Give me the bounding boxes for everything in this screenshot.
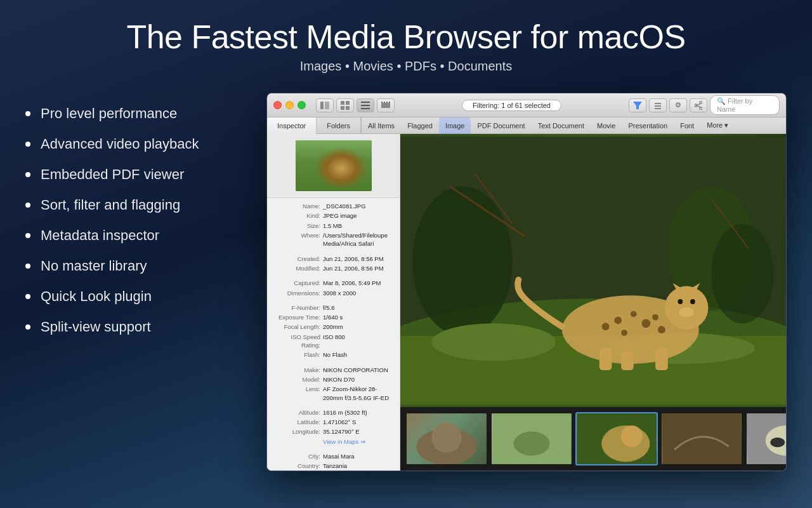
where-label: Where: <box>272 231 323 248</box>
feature-label: Advanced video playback <box>41 136 199 152</box>
sidebar-tabs: Inspector Folders <box>267 117 362 134</box>
meta-fnumber: F-Number: f/5.6 <box>272 304 395 312</box>
meta-flash: Flash: No Flash <box>272 351 395 359</box>
strip-thumb-2[interactable] <box>490 412 573 465</box>
folders-tab[interactable]: Folders <box>317 117 361 134</box>
kind-value: JPEG image <box>323 211 357 220</box>
sidebar-toggle-button[interactable] <box>316 98 334 112</box>
meta-country: Country: Tanzania <box>272 462 395 470</box>
features-list: Pro level performance Advanced video pla… <box>25 93 241 349</box>
settings-button[interactable]: ⚙ <box>669 98 687 112</box>
country-label: Country: <box>272 462 323 470</box>
thumbnail-strip <box>400 407 786 471</box>
bullet-icon <box>25 264 30 269</box>
svg-point-43 <box>678 299 683 304</box>
preview-area <box>400 134 786 471</box>
svg-rect-15 <box>655 103 661 104</box>
svg-point-18 <box>700 101 702 104</box>
bullet-icon <box>25 233 30 238</box>
feature-label: Split-view support <box>41 319 151 335</box>
svg-rect-17 <box>655 108 661 109</box>
meta-focal: Focal Length: 200mm <box>272 323 395 331</box>
filter-status: Filtering: 1 of 61 selected <box>462 100 561 111</box>
svg-rect-6 <box>361 102 370 103</box>
focal-value: 200mm <box>323 323 343 331</box>
strip-thumb-5[interactable] <box>745 412 786 465</box>
inspector-thumbnail <box>296 140 372 191</box>
thumbnail-area <box>267 134 400 198</box>
list-view-button[interactable] <box>357 98 374 112</box>
svg-point-44 <box>690 299 695 304</box>
toolbar-icons <box>316 98 395 112</box>
tab-text[interactable]: Text Document <box>532 117 591 134</box>
tab-image[interactable]: Image <box>439 117 471 134</box>
size-label: Size: <box>272 222 323 230</box>
inspector-tab[interactable]: Inspector <box>267 117 317 134</box>
meta-size: Size: 1.5 MB <box>272 222 395 230</box>
tab-all-items[interactable]: All Items <box>362 117 401 134</box>
main-title: The Fastest Media Browser for macOS <box>0 19 812 55</box>
bullet-icon <box>25 142 30 147</box>
lens-value: AF Zoom-Nikkor 28-200mm f/3.5-5.6G IF-ED <box>323 385 395 402</box>
grid-view-button[interactable] <box>336 98 354 112</box>
meta-created: Created: Jun 21, 2006, 8:56 PM <box>272 255 395 263</box>
feature-splitview: Split-view support <box>25 319 241 335</box>
svg-point-57 <box>621 425 643 447</box>
close-button[interactable] <box>273 101 282 109</box>
thumb-image-2 <box>492 413 572 464</box>
tab-pdf[interactable]: PDF Document <box>471 117 531 134</box>
created-label: Created: <box>272 255 323 263</box>
meta-make: Make: NIKON CORPORATION <box>272 366 395 374</box>
altitude-value: 1616 m (5302 ft) <box>323 408 367 417</box>
strip-thumb-3[interactable] <box>575 412 658 465</box>
tab-presentation[interactable]: Presentation <box>622 117 674 134</box>
fnumber-value: f/5.6 <box>323 304 335 312</box>
feature-label: Sort, filter and flagging <box>41 197 180 213</box>
thumb-image-3 <box>577 413 657 464</box>
longitude-value: 35.124790° E <box>323 427 360 436</box>
svg-rect-8 <box>361 108 370 109</box>
filmstrip-button[interactable] <box>377 98 395 112</box>
svg-point-36 <box>614 317 622 324</box>
share-button[interactable] <box>690 98 707 112</box>
svg-rect-12 <box>386 102 388 103</box>
filter-button[interactable] <box>629 98 646 112</box>
svg-rect-7 <box>361 105 370 106</box>
svg-point-47 <box>679 307 694 318</box>
tab-flagged[interactable]: Flagged <box>401 117 439 134</box>
bullet-icon <box>25 294 30 299</box>
search-input[interactable]: 🔍 Filter by Name <box>710 95 780 115</box>
svg-rect-10 <box>381 102 383 103</box>
flash-label: Flash: <box>272 351 323 359</box>
svg-point-61 <box>770 438 785 447</box>
meta-model: Model: NIKON D70 <box>272 375 395 384</box>
latitude-value: 1.471062° S <box>323 418 356 426</box>
maximize-button[interactable] <box>298 101 306 109</box>
meta-maps: View in Maps ⇒ <box>272 438 395 446</box>
dimensions-value: 3008 x 2000 <box>323 289 356 297</box>
lens-label: Lens: <box>272 385 323 402</box>
svg-rect-50 <box>655 349 668 370</box>
app-window: Filtering: 1 of 61 selected ⚙ 🔍 Filter b… <box>266 93 787 471</box>
tab-more[interactable]: More ▾ <box>700 117 735 134</box>
maps-link[interactable]: View in Maps ⇒ <box>323 438 365 446</box>
tab-movie[interactable]: Movie <box>591 117 622 134</box>
tab-font[interactable]: Font <box>674 117 700 134</box>
name-label: Name: <box>272 202 323 210</box>
minimize-button[interactable] <box>285 101 294 109</box>
svg-rect-49 <box>621 352 634 370</box>
strip-thumb-1[interactable] <box>405 412 488 465</box>
view-options-button[interactable] <box>649 98 667 112</box>
created-value: Jun 21, 2006, 8:56 PM <box>323 255 384 263</box>
svg-point-39 <box>621 330 627 336</box>
tab-bar: Inspector Folders All Items Flagged Imag… <box>267 117 786 134</box>
svg-point-32 <box>431 324 556 361</box>
svg-point-54 <box>513 432 549 456</box>
feature-label: Metadata inspector <box>41 227 159 244</box>
make-value: NIKON CORPORATION <box>323 366 388 374</box>
meta-exposure: Exposure Time: 1/640 s <box>272 313 395 321</box>
svg-rect-16 <box>655 105 661 107</box>
strip-thumb-4[interactable] <box>660 412 743 465</box>
type-tabs: All Items Flagged Image PDF Document Tex… <box>362 117 786 134</box>
feature-sort: Sort, filter and flagging <box>25 197 241 213</box>
